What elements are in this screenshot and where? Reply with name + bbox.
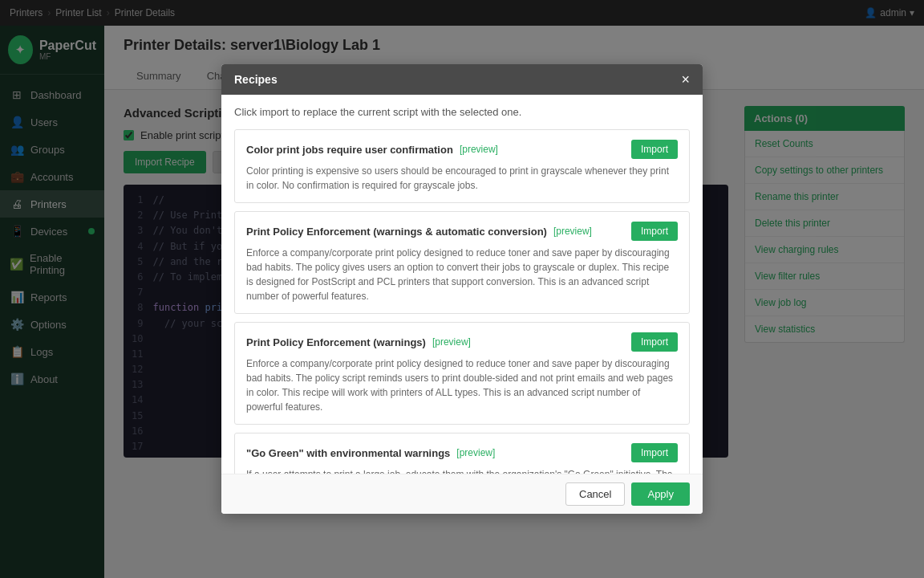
- recipe-card-header-3: "Go Green" with environmental warnings […: [246, 443, 678, 462]
- modal-intro: Click import to replace the current scri…: [234, 106, 690, 118]
- recipe-card-header-0: Color print jobs require user confirmati…: [246, 140, 678, 159]
- recipe-desc-1: Enforce a company/corporate print policy…: [246, 246, 678, 303]
- recipe-title-3: "Go Green" with environmental warnings: [246, 447, 450, 459]
- recipe-import-button-0[interactable]: Import: [631, 140, 678, 159]
- recipe-title-0: Color print jobs require user confirmati…: [246, 144, 453, 156]
- recipe-card-0: Color print jobs require user confirmati…: [234, 129, 690, 203]
- apply-button[interactable]: Apply: [631, 482, 690, 506]
- recipe-import-button-3[interactable]: Import: [631, 443, 678, 462]
- recipe-card-2: Print Policy Enforcement (warnings) [pre…: [234, 322, 690, 425]
- recipe-title-2: Print Policy Enforcement (warnings): [246, 336, 426, 348]
- modal-header: Recipes ×: [221, 64, 703, 95]
- recipe-preview-1[interactable]: [preview]: [553, 226, 592, 237]
- recipe-preview-2[interactable]: [preview]: [432, 336, 471, 348]
- recipe-import-button-1[interactable]: Import: [631, 222, 678, 241]
- recipe-card-header-2: Print Policy Enforcement (warnings) [pre…: [246, 332, 678, 352]
- recipe-preview-3[interactable]: [preview]: [456, 447, 495, 458]
- modal-body: Click import to replace the current scri…: [221, 95, 703, 474]
- recipe-title-1: Print Policy Enforcement (warnings & aut…: [246, 226, 547, 238]
- recipe-card-3: "Go Green" with environmental warnings […: [234, 433, 690, 474]
- recipe-import-button-2[interactable]: Import: [631, 332, 678, 352]
- recipe-desc-2: Enforce a company/corporate print policy…: [246, 356, 678, 414]
- modal-close-button[interactable]: ×: [681, 72, 690, 87]
- recipe-card-1: Print Policy Enforcement (warnings & aut…: [234, 211, 690, 314]
- recipe-preview-0[interactable]: [preview]: [460, 144, 498, 155]
- modal-title: Recipes: [234, 73, 278, 86]
- cancel-button[interactable]: Cancel: [565, 482, 625, 506]
- recipes-modal: Recipes × Click import to replace the cu…: [221, 64, 703, 514]
- recipe-card-header-1: Print Policy Enforcement (warnings & aut…: [246, 222, 678, 241]
- recipe-desc-0: Color printing is expensive so users sho…: [246, 164, 678, 193]
- modal-overlay: Recipes × Click import to replace the cu…: [0, 0, 924, 578]
- modal-footer: Cancel Apply: [221, 474, 703, 514]
- recipe-desc-3: If a user attempts to print a large job,…: [246, 467, 678, 474]
